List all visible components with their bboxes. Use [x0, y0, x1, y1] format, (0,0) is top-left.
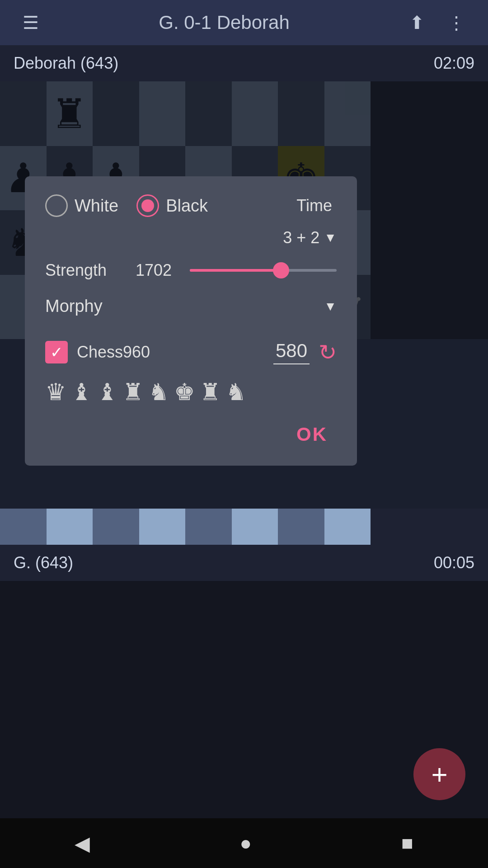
top-player-bar: Deborah (643) 02:09 — [0, 45, 488, 81]
checkmark-icon: ✓ — [50, 343, 63, 361]
strength-row: Strength 1702 — [45, 261, 337, 280]
pieces-row: ♛ ♝ ♝ ♜ ♞ ♚ ♜ ♞ — [45, 378, 337, 406]
white-radio-circle[interactable] — [45, 194, 68, 217]
home-nav-icon[interactable]: ● — [239, 832, 252, 854]
bottom-board-area — [0, 509, 488, 545]
board-seg — [139, 509, 186, 545]
piece-knight2-icon[interactable]: ♞ — [225, 378, 247, 406]
dialog: White Black Time 3 + 2 ▼ Strength 1702 — [25, 176, 357, 466]
board-seg — [47, 509, 93, 545]
black-radio-circle[interactable] — [136, 194, 159, 217]
slider-fill — [190, 269, 281, 272]
piece-knight1-icon[interactable]: ♞ — [148, 378, 169, 406]
page-title: G. 0-1 Deborah — [43, 12, 405, 33]
ok-button[interactable]: OK — [287, 419, 337, 450]
strength-value: 1702 — [136, 261, 190, 280]
more-icon[interactable]: ⋮ — [443, 8, 470, 38]
refresh-icon[interactable]: ↻ — [319, 340, 337, 365]
plus-icon: + — [431, 760, 447, 788]
chess960-checkbox[interactable]: ✓ — [45, 341, 68, 363]
time-dropdown[interactable]: 3 + 2 ▼ — [283, 228, 337, 247]
black-radio-option[interactable]: Black — [136, 194, 208, 217]
time-value: 3 + 2 — [283, 228, 319, 247]
time-label: Time — [296, 196, 332, 215]
opening-label: Morphy — [45, 297, 324, 316]
new-game-fab[interactable]: + — [413, 748, 465, 800]
slider-track — [190, 269, 337, 272]
board-seg — [324, 509, 371, 545]
opening-dropdown-arrow-icon: ▼ — [324, 299, 337, 314]
board-seg — [232, 509, 278, 545]
piece-bishop1-icon[interactable]: ♝ — [71, 378, 92, 406]
nav-bar: ◀ ● ■ — [0, 818, 488, 868]
chess960-label: Chess960 — [77, 343, 273, 362]
bottom-player-time: 00:05 — [434, 553, 474, 572]
strength-slider[interactable] — [190, 269, 337, 272]
back-nav-icon[interactable]: ◀ — [75, 832, 90, 855]
top-bar: ☰ G. 0-1 Deborah ⬆ ⋮ — [0, 0, 488, 45]
share-icon[interactable]: ⬆ — [405, 8, 429, 38]
piece-bishop2-icon[interactable]: ♝ — [97, 378, 118, 406]
black-radio-dot — [141, 199, 154, 212]
black-label: Black — [166, 196, 208, 216]
white-radio-option[interactable]: White — [45, 194, 118, 217]
color-selection-row: White Black Time — [45, 194, 337, 217]
board-seg — [93, 509, 139, 545]
opening-row[interactable]: Morphy ▼ — [45, 291, 337, 321]
bottom-board-inner — [0, 509, 371, 545]
board-seg — [185, 509, 232, 545]
time-row: 3 + 2 ▼ — [45, 226, 337, 247]
piece-king-icon[interactable]: ♚ — [174, 378, 195, 406]
ok-row: OK — [45, 419, 337, 450]
board-seg — [278, 509, 324, 545]
bottom-player-bar: G. (643) 00:05 — [0, 545, 488, 581]
piece-queen-icon[interactable]: ♛ — [45, 378, 66, 406]
time-dropdown-arrow-icon: ▼ — [324, 231, 337, 245]
piece-rook2-icon[interactable]: ♜ — [200, 378, 221, 406]
board-seg — [0, 509, 47, 545]
white-label: White — [75, 196, 118, 216]
top-player-time: 02:09 — [434, 54, 474, 73]
recents-nav-icon[interactable]: ■ — [401, 832, 413, 854]
strength-label: Strength — [45, 261, 136, 280]
bottom-player-name: G. (643) — [14, 553, 73, 572]
position-number: 580 — [273, 340, 310, 364]
time-section: Time — [296, 196, 337, 215]
top-player-name: Deborah (643) — [14, 54, 118, 73]
chess960-row: ✓ Chess960 580 ↻ — [45, 340, 337, 365]
slider-thumb[interactable] — [273, 262, 289, 278]
piece-rook1-icon[interactable]: ♜ — [122, 378, 144, 406]
menu-icon[interactable]: ☰ — [18, 8, 43, 38]
